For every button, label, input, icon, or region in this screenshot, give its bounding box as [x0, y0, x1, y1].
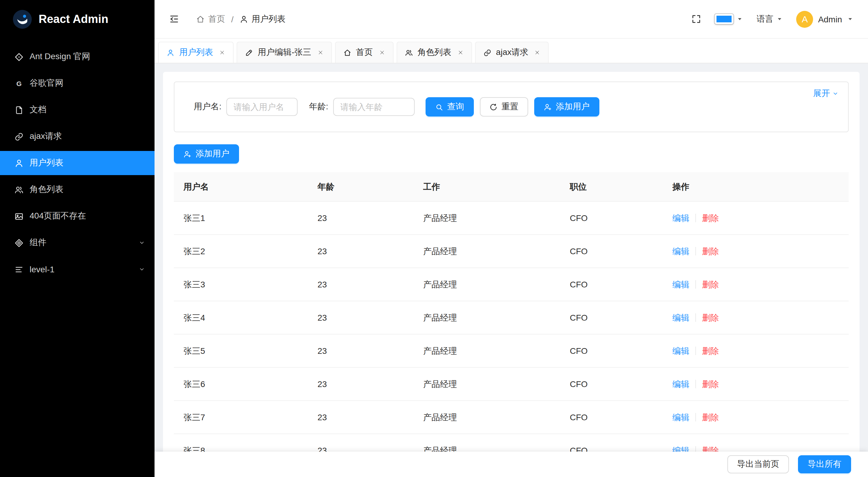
user-table: 用户名年龄工作职位操作 张三123产品经理CFO编辑删除张三223产品经理CFO… — [174, 172, 849, 467]
menu-fold-icon[interactable] — [169, 14, 179, 24]
close-icon[interactable] — [379, 50, 385, 56]
tab-ajax[interactable]: ajax请求 — [475, 42, 549, 63]
cell-job: 产品经理 — [413, 201, 560, 235]
cell-username: 张三2 — [174, 235, 308, 268]
cell-age: 23 — [308, 367, 413, 400]
cell-actions: 编辑删除 — [663, 400, 849, 434]
delete-link[interactable]: 删除 — [702, 313, 719, 322]
delete-link[interactable]: 删除 — [702, 346, 719, 356]
sidebar-item-docs[interactable]: 文档 — [0, 98, 155, 122]
components-icon — [14, 238, 24, 247]
logo-icon — [12, 9, 33, 30]
cell-username: 张三6 — [174, 367, 308, 400]
theme-color-picker[interactable] — [715, 14, 743, 24]
add-user-button-toolbar[interactable]: 添加用户 — [174, 144, 239, 163]
breadcrumb-current-label: 用户列表 — [252, 13, 285, 25]
sidebar-item-label: 谷歌官网 — [30, 78, 63, 89]
breadcrumb-current: 用户列表 — [240, 13, 285, 25]
language-selector[interactable]: 语言 — [756, 13, 783, 25]
home-icon — [343, 49, 351, 56]
table-header-row: 用户名年龄工作职位操作 — [174, 172, 849, 201]
cell-actions: 编辑删除 — [663, 301, 849, 334]
delete-link[interactable]: 删除 — [702, 412, 719, 422]
sidebar-item-label: Ant Design 官网 — [30, 51, 90, 62]
team-icon — [14, 185, 24, 194]
delete-link[interactable]: 删除 — [702, 246, 719, 256]
close-icon[interactable] — [317, 50, 323, 56]
expand-link-label: 展开 — [813, 88, 830, 99]
cell-job: 产品经理 — [413, 334, 560, 367]
api-icon — [483, 49, 491, 56]
table-row: 张三323产品经理CFO编辑删除 — [174, 268, 849, 301]
cell-actions: 编辑删除 — [663, 367, 849, 400]
cell-title: CFO — [560, 334, 663, 367]
edit-link[interactable]: 编辑 — [673, 279, 689, 289]
add-user-toolbar-label: 添加用户 — [195, 149, 229, 159]
delete-link[interactable]: 删除 — [702, 279, 719, 289]
search-button[interactable]: 查询 — [426, 97, 474, 117]
add-user-button[interactable]: 添加用户 — [534, 97, 599, 117]
username-label: 用户名: — [194, 101, 221, 112]
reset-button[interactable]: 重置 — [480, 97, 528, 117]
sidebar-item-label: 角色列表 — [30, 184, 63, 195]
svg-text:G: G — [16, 80, 22, 87]
edit-link[interactable]: 编辑 — [673, 246, 689, 256]
close-icon[interactable] — [219, 50, 225, 56]
user-name: Admin — [818, 14, 842, 24]
tab-label: 用户列表 — [179, 47, 213, 58]
tab-user-list[interactable]: 用户列表 — [158, 42, 234, 63]
export-current-button[interactable]: 导出当前页 — [727, 455, 789, 473]
export-all-label: 导出所有 — [808, 459, 841, 470]
tab-user-edit[interactable]: 用户编辑-张三 — [237, 42, 332, 63]
cell-actions: 编辑删除 — [663, 201, 849, 235]
username-input[interactable] — [226, 98, 298, 116]
action-divider — [695, 380, 696, 388]
cell-actions: 编辑删除 — [663, 268, 849, 301]
delete-link[interactable]: 删除 — [702, 379, 719, 389]
tab-home[interactable]: 首页 — [335, 42, 393, 63]
edit-link[interactable]: 编辑 — [673, 213, 689, 223]
export-all-button[interactable]: 导出所有 — [798, 455, 851, 473]
table-row: 张三423产品经理CFO编辑删除 — [174, 301, 849, 334]
user-menu[interactable]: A Admin — [797, 10, 854, 27]
breadcrumb-home[interactable]: 首页 — [196, 13, 225, 25]
sidebar-item-components[interactable]: 组件 — [0, 231, 155, 255]
fullscreen-icon[interactable] — [691, 14, 702, 24]
sidebar-menu: Ant Design 官网G谷歌官网文档ajax请求用户列表角色列表404页面不… — [0, 39, 155, 284]
edit-link[interactable]: 编辑 — [673, 313, 689, 322]
column-header: 操作 — [663, 172, 849, 201]
tab-role-list[interactable]: 角色列表 — [396, 42, 472, 63]
table-row: 张三223产品经理CFO编辑删除 — [174, 235, 849, 268]
tab-label: 用户编辑-张三 — [258, 47, 311, 58]
header: 首页 / 用户列表 语言 A — [155, 0, 868, 39]
close-icon[interactable] — [457, 50, 463, 56]
sidebar-item-user-list[interactable]: 用户列表 — [0, 151, 155, 175]
sidebar-item-ant-design-site[interactable]: Ant Design 官网 — [0, 45, 155, 69]
app-logo[interactable]: React Admin — [0, 0, 155, 39]
sidebar-item-ajax[interactable]: ajax请求 — [0, 124, 155, 149]
edit-link[interactable]: 编辑 — [673, 346, 689, 356]
action-divider — [695, 347, 696, 355]
sidebar-item-label: level-1 — [30, 265, 55, 274]
expand-link[interactable]: 展开 — [813, 88, 838, 99]
cell-username: 张三3 — [174, 268, 308, 301]
team-icon — [405, 49, 412, 56]
sidebar-item-not-found[interactable]: 404页面不存在 — [0, 204, 155, 228]
delete-link[interactable]: 删除 — [702, 213, 719, 223]
edit-link[interactable]: 编辑 — [673, 379, 689, 389]
level-icon — [14, 265, 24, 274]
breadcrumb-separator: / — [231, 14, 234, 24]
breadcrumb: 首页 / 用户列表 — [196, 13, 285, 25]
action-divider — [695, 247, 696, 256]
sidebar-item-google-site[interactable]: G谷歌官网 — [0, 71, 155, 95]
table-body: 张三123产品经理CFO编辑删除张三223产品经理CFO编辑删除张三323产品经… — [174, 201, 849, 467]
age-input[interactable] — [333, 98, 415, 116]
sidebar-item-role-list[interactable]: 角色列表 — [0, 178, 155, 202]
cell-title: CFO — [560, 235, 663, 268]
app-title: React Admin — [39, 13, 108, 26]
edit-link[interactable]: 编辑 — [673, 412, 689, 422]
table-row: 张三623产品经理CFO编辑删除 — [174, 367, 849, 400]
close-icon[interactable] — [534, 50, 540, 56]
user-icon — [14, 158, 24, 168]
sidebar-item-level-1[interactable]: level-1 — [0, 257, 155, 281]
